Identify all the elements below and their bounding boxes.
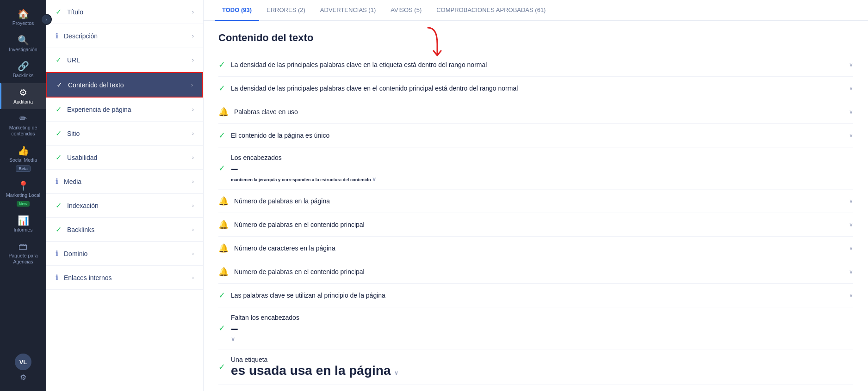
settings-icon[interactable]: ⚙ [20, 373, 26, 382]
collapse-button[interactable]: › [41, 14, 52, 25]
sidebar-item-investigacion[interactable]: 🔍 Investigación [0, 31, 46, 57]
sidebar-item-social-media[interactable]: 👍 Social Media Beta [0, 141, 46, 177]
avatar-area: VL ⚙ [15, 354, 31, 386]
check-status-icon-check-3: 🔔 [218, 107, 229, 117]
main-wrapper: TODO (93)ERRORES (2)ADVERTENCIAS (1)AVIS… [204, 0, 868, 391]
tab-avisos[interactable]: AVISOS (5) [383, 0, 429, 21]
middle-item-backlinks[interactable]: ✓ Backlinks › [46, 218, 203, 242]
tabs-bar: TODO (93)ERRORES (2)ADVERTENCIAS (1)AVIS… [204, 0, 868, 21]
chevron-icon-usabilidad: › [192, 154, 194, 161]
check-status-icon-check-1: ✓ [218, 60, 225, 70]
check-label-check-10: Las palabras clave se utilizan al princi… [231, 292, 843, 299]
middle-item-sitio[interactable]: ✓ Sitio › [46, 122, 203, 146]
middle-item-indexacion[interactable]: ✓ Indexación › [46, 194, 203, 218]
sidebar-item-backlinks[interactable]: 🔗 Backlinks [0, 57, 46, 83]
auditoria-icon: ⚙ [19, 88, 27, 97]
status-icon-titulo: ✓ [56, 7, 62, 16]
status-icon-descripcion: ℹ [56, 31, 58, 40]
check-item-check-11[interactable]: ✓ Faltan los encabezados – ∨ [218, 307, 853, 349]
check-label-check-7: Número de palabras en el contenido princ… [234, 221, 843, 228]
tab-errores[interactable]: ERRORES (2) [259, 0, 313, 21]
check-chevron-check-9: ∨ [849, 269, 853, 275]
check-item-check-13[interactable]: ✓ Se han encontrado palabra(s) clave en … [218, 385, 853, 391]
middle-item-label-backlinks: Backlinks [67, 226, 186, 233]
tab-advertencias[interactable]: ADVERTENCIAS (1) [313, 0, 383, 21]
sidebar-item-marketing-contenidos[interactable]: ✏ Marketing de contenidos [0, 109, 46, 141]
check-item-check-2[interactable]: ✓ La densidad de las principales palabra… [218, 77, 853, 100]
chevron-icon-enlaces-internos: › [192, 275, 194, 281]
check-item-check-6[interactable]: 🔔 Número de palabras en la página ∨ [218, 189, 853, 213]
check-item-check-8[interactable]: 🔔 Número de caracteres en la página ∨ [218, 237, 853, 260]
sidebar-label-investigacion: Investigación [9, 47, 37, 53]
middle-panel: ✓ Título › ℹ Descripción › ✓ URL › ✓ Con… [46, 0, 204, 391]
backlinks-icon: 🔗 [18, 61, 29, 71]
check-item-check-10[interactable]: ✓ Las palabras clave se utilizan al prin… [218, 284, 853, 307]
middle-item-descripcion[interactable]: ℹ Descripción › [46, 24, 203, 48]
middle-item-titulo[interactable]: ✓ Título › [46, 0, 203, 24]
middle-item-media[interactable]: ℹ Media › [46, 170, 203, 194]
check-item-check-3[interactable]: 🔔 Palabras clave en uso ∨ [218, 100, 853, 124]
chevron-icon-descripcion: › [192, 33, 194, 39]
status-icon-url: ✓ [56, 55, 62, 64]
check-chevron-check-11: ∨ [231, 336, 235, 342]
sidebar-label-auditoria: Auditoría [13, 99, 33, 105]
status-icon-media: ℹ [56, 177, 58, 186]
middle-item-label-descripcion: Descripción [64, 32, 186, 40]
sidebar: › 🏠 Proyectos 🔍 Investigación 🔗 Backlink… [0, 0, 46, 391]
sidebar-label-paquete-agencias: Paquete para Agencias [2, 253, 44, 264]
marketing-contenidos-icon: ✏ [19, 114, 27, 123]
check-chevron-check-2: ∨ [849, 85, 853, 92]
sidebar-item-auditoria[interactable]: ⚙ Auditoría [0, 83, 46, 110]
chevron-icon-experiencia-pagina: › [192, 106, 194, 113]
check-status-icon-check-9: 🔔 [218, 267, 229, 277]
status-icon-dominio: ℹ [56, 249, 58, 258]
check-status-icon-check-2: ✓ [218, 83, 225, 93]
check-item-check-9[interactable]: 🔔 Numero de palabras en el contenido pri… [218, 260, 853, 284]
middle-item-dominio[interactable]: ℹ Dominio › [46, 242, 203, 266]
check-status-icon-check-10: ✓ [218, 290, 225, 300]
main-content: TODO (93)ERRORES (2)ADVERTENCIAS (1)AVIS… [204, 0, 868, 391]
check-label-check-8: Número de caracteres en la página [234, 244, 843, 252]
sidebar-item-proyectos[interactable]: 🏠 Proyectos [0, 5, 46, 31]
sidebar-label-proyectos: Proyectos [12, 20, 34, 26]
check-item-check-7[interactable]: 🔔 Número de palabras en el contenido pri… [218, 213, 853, 237]
check-item-check-1[interactable]: ✓ La densidad de las principales palabra… [218, 53, 853, 77]
middle-item-experiencia-pagina[interactable]: ✓ Experiencia de página › [46, 98, 203, 122]
sidebar-item-marketing-local[interactable]: 📍 Marketing Local New [0, 177, 46, 211]
chevron-icon-backlinks: › [192, 226, 194, 233]
middle-item-label-experiencia-pagina: Experiencia de página [67, 106, 186, 113]
chevron-icon-url: › [192, 57, 194, 63]
check-status-icon-check-4: ✓ [218, 130, 225, 141]
avatar[interactable]: VL [15, 354, 31, 370]
check-item-check-4[interactable]: ✓ El contenido de la página es único ∨ [218, 124, 853, 147]
sidebar-label-marketing-contenidos: Marketing de contenidos [2, 125, 44, 136]
check-chevron-check-8: ∨ [849, 245, 853, 251]
middle-item-enlaces-internos[interactable]: ℹ Enlaces internos › [46, 266, 203, 290]
check-label-check-5: Los encabezados – mantienen la jerarquía… [231, 154, 853, 183]
middle-item-label-media: Media [64, 178, 186, 185]
middle-item-label-enlaces-internos: Enlaces internos [64, 274, 186, 281]
social-media-icon: 👍 [18, 146, 29, 155]
tab-todo[interactable]: TODO (93) [215, 0, 259, 21]
sidebar-item-paquete-agencias[interactable]: 🗃 Paquete para Agencias [0, 237, 46, 269]
tab-comprobaciones-aprobadas[interactable]: COMPROBACIONES APROBADAS (61) [429, 0, 553, 21]
check-label-check-3: Palabras clave en uso [234, 108, 843, 116]
sidebar-item-informes[interactable]: 📊 Informes [0, 211, 46, 238]
chevron-icon-contenido-texto: › [191, 82, 193, 88]
middle-item-usabilidad[interactable]: ✓ Usabilidad › [46, 146, 203, 170]
check-chevron-check-6: ∨ [849, 198, 853, 204]
marketing-local-icon: 📍 [18, 181, 29, 190]
middle-item-label-sitio: Sitio [67, 130, 186, 137]
check-chevron-check-4: ∨ [849, 132, 853, 139]
check-status-icon-check-7: 🔔 [218, 220, 229, 230]
middle-item-url[interactable]: ✓ URL › [46, 48, 203, 72]
check-status-icon-check-11: ✓ [218, 323, 225, 333]
check-label-check-2: La densidad de las principales palabras … [231, 85, 843, 92]
middle-item-contenido-texto[interactable]: ✓ Contenido del texto › [46, 72, 203, 98]
sidebar-label-informes: Informes [14, 227, 33, 233]
check-label-check-6: Número de palabras en la página [234, 197, 843, 205]
sidebar-label-backlinks: Backlinks [13, 73, 33, 79]
check-item-check-12[interactable]: ✓ Una etiqueta es usada usa en la página… [218, 349, 853, 385]
status-icon-contenido-texto: ✓ [56, 80, 62, 89]
check-item-check-5[interactable]: ✓ Los encabezados – mantienen la jerarqu… [218, 147, 853, 189]
